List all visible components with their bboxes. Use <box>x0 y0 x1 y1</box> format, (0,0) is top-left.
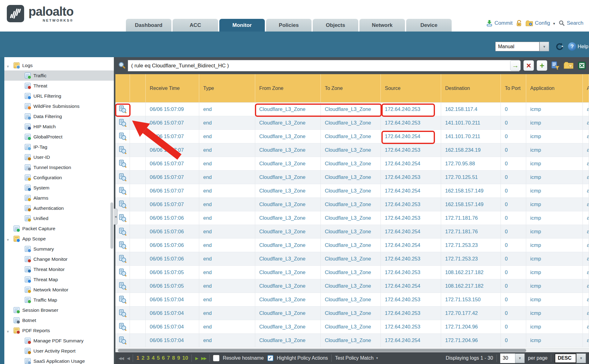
cell-receive-time[interactable]: 06/06 15:07:07 <box>146 157 199 171</box>
sidebar-item-saas-application-usage[interactable]: SaaS Application Usage <box>4 356 114 364</box>
cell-to-port[interactable]: 0 <box>501 252 526 266</box>
cell-from-zone[interactable]: Cloudflare_L3_Zone <box>255 184 321 198</box>
filter-builder-button[interactable] <box>550 60 561 71</box>
sidebar-item-hip-match[interactable]: HIP Match <box>4 121 114 132</box>
first-page-button[interactable] <box>118 356 123 361</box>
expand-caret-icon[interactable] <box>6 237 10 242</box>
cell-to-port[interactable]: 0 <box>501 171 526 184</box>
cell-type[interactable]: end <box>199 184 255 198</box>
sidebar-item-configuration[interactable]: Configuration <box>4 172 114 183</box>
cell-action[interactable]: a <box>583 225 589 239</box>
cell-receive-time[interactable]: 06/06 15:07:07 <box>146 184 199 198</box>
cell-action[interactable]: a <box>583 143 589 157</box>
sidebar-item-data-filtering[interactable]: Data Filtering <box>4 111 114 121</box>
column-header-to-port[interactable]: To Port <box>501 74 526 102</box>
sidebar-item-network-monitor[interactable]: Network Monitor <box>4 285 114 295</box>
cell-destination[interactable]: 162.158.157.149 <box>441 198 501 211</box>
tab-device[interactable]: Device <box>406 19 452 32</box>
cell-receive-time[interactable]: 06/06 15:07:06 <box>146 225 199 239</box>
per-page-caret-icon[interactable] <box>515 353 525 363</box>
column-header-application[interactable]: Application <box>526 74 583 102</box>
log-detail-icon[interactable] <box>118 132 127 141</box>
sidebar-item-traffic-map[interactable]: Traffic Map <box>4 295 114 305</box>
cell-source[interactable]: 172.64.240.253 <box>381 116 441 130</box>
log-detail-icon[interactable] <box>118 105 127 113</box>
cell-to-zone[interactable]: Cloudflare_L3_Zone <box>321 116 381 130</box>
cell-destination[interactable]: 108.162.217.182 <box>441 266 501 279</box>
cell-type[interactable]: end <box>199 239 255 252</box>
cell-type[interactable]: end <box>199 116 255 130</box>
lock-button[interactable] <box>516 20 522 27</box>
page-3-button[interactable]: 3 <box>147 355 149 361</box>
cell-destination[interactable]: 172.71.181.76 <box>441 211 501 225</box>
cell-destination[interactable]: 172.71.204.96 <box>441 334 501 347</box>
log-detail-icon[interactable] <box>118 146 127 154</box>
sidebar-item-change-monitor[interactable]: Change Monitor <box>4 254 114 264</box>
cell-destination[interactable]: 162.158.234.19 <box>441 143 501 157</box>
cell-receive-time[interactable]: 06/06 15:07:07 <box>146 198 199 211</box>
test-policy-match-button[interactable]: Test Policy Match <box>335 355 378 361</box>
cell-source[interactable]: 172.64.240.254 <box>381 225 441 239</box>
cell-destination[interactable]: 172.71.181.76 <box>441 225 501 239</box>
cell-from-zone[interactable]: Cloudflare_L3_Zone <box>255 225 321 239</box>
resolve-hostname-checkbox[interactable] <box>213 355 219 361</box>
cell-to-zone[interactable]: Cloudflare_L3_Zone <box>321 320 381 334</box>
column-header-receive-time[interactable]: Receive Time <box>146 74 199 102</box>
log-detail-icon[interactable] <box>118 241 127 249</box>
cell-source[interactable]: 172.64.240.253 <box>381 307 441 320</box>
cell-to-port[interactable]: 0 <box>501 103 526 116</box>
cell-application[interactable]: icmp <box>526 211 583 225</box>
cell-from-zone[interactable]: Cloudflare_L3_Zone <box>255 266 321 279</box>
cell-to-zone[interactable]: Cloudflare_L3_Zone <box>321 130 381 143</box>
cell-receive-time[interactable]: 06/06 15:07:04 <box>146 293 199 307</box>
column-header-to-zone[interactable]: To Zone <box>321 74 381 102</box>
previous-page-button[interactable] <box>127 356 129 361</box>
cell-action[interactable]: a <box>583 266 589 279</box>
cell-receive-time[interactable]: 06/06 15:07:06 <box>146 211 199 225</box>
cell-from-zone[interactable]: Cloudflare_L3_Zone <box>255 334 321 347</box>
cell-from-zone[interactable]: Cloudflare_L3_Zone <box>255 143 321 157</box>
cell-destination[interactable]: 172.70.95.88 <box>441 157 501 171</box>
cell-to-port[interactable]: 0 <box>501 266 526 279</box>
cell-to-zone[interactable]: Cloudflare_L3_Zone <box>321 157 381 171</box>
cell-action[interactable]: a <box>583 171 589 184</box>
horizontal-scrollbar-thumb[interactable] <box>118 349 526 352</box>
sidebar-item-wildfire-submissions[interactable]: WildFire Submissions <box>4 101 114 111</box>
cell-receive-time[interactable]: 06/06 15:07:09 <box>146 103 199 116</box>
cell-application[interactable]: icmp <box>526 334 583 347</box>
cell-action[interactable]: a <box>583 293 589 307</box>
cell-to-port[interactable]: 0 <box>501 198 526 211</box>
sidebar-item-alarms[interactable]: Alarms <box>4 193 114 203</box>
help-button[interactable]: Help <box>568 42 588 51</box>
cell-action[interactable]: a <box>583 211 589 225</box>
cell-to-port[interactable]: 0 <box>501 143 526 157</box>
cell-receive-time[interactable]: 06/06 15:07:07 <box>146 130 199 143</box>
sidebar-item-traffic[interactable]: Traffic <box>4 70 114 81</box>
clear-filter-button[interactable] <box>523 60 534 71</box>
page-1-button[interactable]: 1 <box>136 355 139 361</box>
sidebar-collapse-button[interactable] <box>114 209 118 225</box>
cell-to-port[interactable]: 0 <box>501 157 526 171</box>
cell-action[interactable]: a <box>583 198 589 211</box>
sidebar-item-ip-tag[interactable]: IP-Tag <box>4 142 114 152</box>
cell-from-zone[interactable]: Cloudflare_L3_Zone <box>255 116 321 130</box>
cell-to-zone[interactable]: Cloudflare_L3_Zone <box>321 307 381 320</box>
cell-application[interactable]: icmp <box>526 130 583 143</box>
cell-to-zone[interactable]: Cloudflare_L3_Zone <box>321 266 381 279</box>
cell-to-zone[interactable]: Cloudflare_L3_Zone <box>321 171 381 184</box>
cell-from-zone[interactable]: Cloudflare_L3_Zone <box>255 211 321 225</box>
cell-destination[interactable]: 162.158.117.4 <box>441 103 501 116</box>
refresh-button[interactable] <box>555 42 564 52</box>
cell-type[interactable]: end <box>199 293 255 307</box>
sidebar-item-authentication[interactable]: Authentication <box>4 203 114 213</box>
cell-from-zone[interactable]: Cloudflare_L3_Zone <box>255 239 321 252</box>
cell-type[interactable]: end <box>199 320 255 334</box>
log-detail-icon[interactable] <box>118 323 127 331</box>
cell-to-zone[interactable]: Cloudflare_L3_Zone <box>321 143 381 157</box>
cell-to-port[interactable]: 0 <box>501 130 526 143</box>
add-filter-button[interactable] <box>537 60 547 71</box>
cell-destination[interactable]: 172.71.253.23 <box>441 239 501 252</box>
cell-to-zone[interactable]: Cloudflare_L3_Zone <box>321 279 381 293</box>
page-10-button[interactable]: 10 <box>182 355 188 361</box>
cell-from-zone[interactable]: Cloudflare_L3_Zone <box>255 103 321 116</box>
